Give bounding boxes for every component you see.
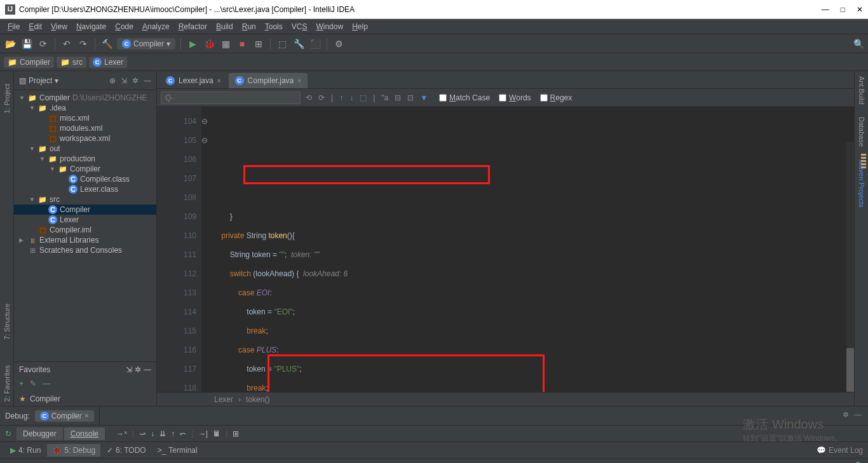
run-config-selector[interactable]: C Compiler ▾	[117, 38, 175, 50]
tree-item-production[interactable]: ▼📁production	[14, 154, 156, 164]
select-all-icon[interactable]: ⬚	[360, 93, 367, 102]
run-to-cursor-icon[interactable]: →|	[198, 429, 208, 438]
layout-icon[interactable]: ⊞	[233, 429, 239, 438]
tree-item-misc-xml[interactable]: ⬚misc.xml	[14, 113, 156, 123]
code-line-104[interactable]: }	[213, 207, 854, 226]
bottom-tab-5-debug[interactable]: 🐞5: Debug	[47, 444, 100, 457]
menu-tools[interactable]: Tools	[261, 21, 287, 32]
code-line-113[interactable]: break;	[213, 379, 854, 392]
up-icon[interactable]: ↑	[339, 93, 343, 102]
code-editor[interactable]: 1041051061071081091101111121131141151161…	[157, 107, 854, 392]
crumb-method[interactable]: token()	[246, 395, 269, 404]
tree-item--idea[interactable]: ▼📁.idea	[14, 103, 156, 113]
menu-view[interactable]: View	[47, 21, 71, 32]
sync-icon[interactable]: ⟳	[37, 37, 50, 50]
edit-icon[interactable]: ✎	[30, 379, 36, 388]
open-icon[interactable]: 📂	[4, 37, 17, 50]
tree-item-modules-xml[interactable]: ⬚modules.xml	[14, 123, 156, 133]
tree-item-scratches-and-consoles[interactable]: ⊞Scratches and Consoles	[14, 245, 156, 255]
hide-icon[interactable]: —	[144, 76, 151, 85]
menu-file[interactable]: File	[4, 21, 24, 32]
close-icon[interactable]: ×	[217, 77, 221, 84]
bottom-tab-4-run[interactable]: ▶4: Run	[5, 444, 46, 457]
minimize-button[interactable]: —	[822, 5, 829, 14]
redo-icon[interactable]: ↷	[77, 37, 90, 50]
tree-item-compiler[interactable]: ▼📁Compiler D:\Users\ZHONGZHE	[14, 93, 156, 103]
maximize-button[interactable]: □	[841, 5, 845, 14]
drop-frame-icon[interactable]: ⤺	[180, 429, 186, 438]
close-icon[interactable]: ×	[297, 77, 301, 84]
tree-item-lexer-class[interactable]: CLexer.class	[14, 184, 156, 194]
step-over-icon[interactable]: ⤻	[139, 429, 146, 438]
code-line-112[interactable]: token = "PLUS";	[213, 359, 854, 379]
tree-item-compiler[interactable]: CCompiler	[14, 205, 156, 215]
code-line-109[interactable]: token = "EOI";	[213, 302, 854, 321]
hammer-icon[interactable]: 🔨	[100, 37, 113, 50]
profiler-icon[interactable]: ⊞	[252, 37, 265, 50]
hide-icon[interactable]: —	[144, 365, 151, 374]
code-content[interactable]: } private String token(){ String token =…	[201, 107, 854, 392]
code-line-105[interactable]: private String token(){	[213, 226, 854, 245]
menu-navigate[interactable]: Navigate	[72, 21, 110, 32]
tree-item-compiler-class[interactable]: CCompiler.class	[14, 174, 156, 184]
tree-item-src[interactable]: ▼📁src	[14, 194, 156, 205]
crumb-class[interactable]: Lexer	[214, 395, 233, 404]
tree-item-workspace-xml[interactable]: ⬚workspace.xml	[14, 133, 156, 144]
tool-antbuild[interactable]: Ant Build	[858, 76, 865, 104]
code-line-110[interactable]: break;	[213, 321, 854, 340]
delete-icon[interactable]: —	[43, 379, 50, 388]
debug-icon[interactable]: 🐞	[203, 37, 215, 50]
menu-code[interactable]: Code	[111, 21, 137, 32]
gear-icon[interactable]: ✲	[843, 410, 849, 421]
coverage-icon[interactable]: ▦	[219, 37, 232, 50]
gear-icon[interactable]: ✲	[135, 365, 141, 374]
find-check-match-case[interactable]: Match Case	[439, 93, 490, 102]
tree-item-compiler-iml[interactable]: ⬚Compiler.iml	[14, 225, 156, 235]
menu-run[interactable]: Run	[238, 21, 260, 32]
search-everywhere-icon[interactable]: 🔍	[853, 39, 864, 49]
find-input[interactable]	[161, 91, 301, 104]
debug-session-tab[interactable]: C Compiler ×	[35, 410, 94, 422]
editor-tab-compiler-java[interactable]: CCompiler.java×	[229, 73, 308, 88]
console-tab[interactable]: Console	[64, 427, 105, 440]
breadcrumb-lexer[interactable]: CLexer	[89, 57, 127, 68]
prev-occurrence-icon[interactable]: ⟲	[306, 93, 312, 102]
collapse-icon[interactable]: ⇲	[126, 365, 132, 374]
step-out-icon[interactable]: ↑	[171, 429, 175, 438]
close-icon[interactable]: ×	[85, 412, 89, 420]
add-icon[interactable]: +	[19, 379, 24, 388]
bottom-tab-terminal[interactable]: >_Terminal	[153, 444, 203, 457]
menu-window[interactable]: Window	[312, 21, 347, 32]
project-tree[interactable]: ▼📁Compiler D:\Users\ZHONGZHE▼📁.idea⬚misc…	[14, 90, 156, 361]
tool-database[interactable]: Database	[858, 117, 865, 147]
menu-edit[interactable]: Edit	[25, 21, 46, 32]
undo-icon[interactable]: ↶	[60, 37, 73, 50]
menu-analyze[interactable]: Analyze	[139, 21, 173, 32]
code-line-106[interactable]: String token = ""; token: ""	[213, 245, 854, 264]
more-icon[interactable]: →ˣ	[116, 429, 127, 438]
menu-refactor[interactable]: Refactor	[175, 21, 211, 32]
sdk-icon[interactable]: ⬛	[309, 37, 322, 50]
favorites-item[interactable]: ★ Compiler	[14, 392, 156, 406]
toggle2-icon[interactable]: ⊟	[395, 93, 401, 102]
settings-icon[interactable]: 🔧	[292, 37, 305, 50]
save-icon[interactable]: 💾	[20, 37, 33, 50]
breadcrumb-compiler[interactable]: 📁Compiler	[4, 57, 54, 68]
ide-settings-icon[interactable]: ⚙	[332, 37, 345, 50]
code-line-111[interactable]: case PLUS:	[213, 340, 854, 359]
code-line-108[interactable]: case EOI:	[213, 283, 854, 302]
run-icon[interactable]: ▶	[186, 37, 199, 50]
menu-vcs[interactable]: VCS	[288, 21, 311, 32]
tool-project[interactable]: 1: Project	[3, 84, 11, 113]
tool-favorites[interactable]: 2: Favorites	[3, 365, 11, 401]
find-check-words[interactable]: Words	[499, 93, 531, 102]
menu-help[interactable]: Help	[348, 21, 372, 32]
editor-tab-lexer-java[interactable]: CLexer.java×	[159, 73, 227, 88]
structure-icon[interactable]: ⬚	[276, 37, 288, 50]
tool-structure[interactable]: 7: Structure	[3, 304, 11, 340]
toggle1-icon[interactable]: "a	[381, 93, 388, 102]
evaluate-icon[interactable]: 🖩	[213, 429, 220, 438]
scrollbar-thumb[interactable]	[846, 348, 854, 392]
debugger-tab[interactable]: Debugger	[17, 427, 63, 440]
next-occurrence-icon[interactable]: ⟳	[318, 93, 325, 102]
